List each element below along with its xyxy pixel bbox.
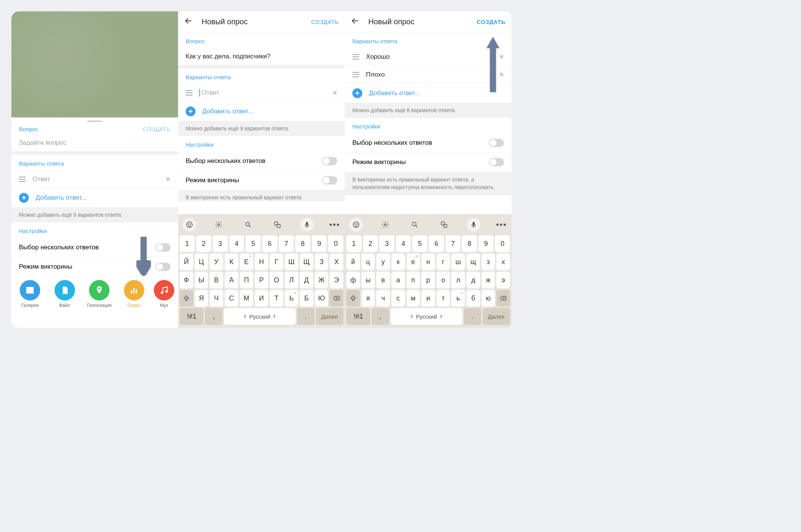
key-letter[interactable]: я [361,290,375,307]
attachment-pin[interactable]: Геопозиция [84,280,114,308]
drag-handle-icon[interactable] [352,54,359,59]
key-letter[interactable]: г [436,253,450,270]
toggle-switch[interactable] [489,158,504,166]
multi-select-toggle-row[interactable]: Выбор нескольких ответов [11,238,178,257]
period-key[interactable]: . [464,308,481,325]
key-letter[interactable]: ы [361,272,375,288]
key-letter[interactable]: ж [482,272,495,288]
key-letter[interactable]: Т [270,290,283,307]
key-2[interactable]: 2 [363,235,378,252]
key-letter[interactable]: ц [361,253,375,270]
key-letter[interactable]: ьъ [451,290,465,307]
key-letter[interactable]: с [391,290,405,307]
key-letter[interactable]: Ы [195,272,208,288]
key-9[interactable]: 9 [479,235,494,252]
key-letter[interactable]: т [436,290,450,307]
settings-icon[interactable] [379,218,392,232]
key-letter[interactable]: х [496,253,510,270]
key-6[interactable]: 6 [429,235,444,252]
question-input-row[interactable] [11,135,178,151]
key-letter[interactable]: Д [300,272,313,288]
spacebar[interactable]: Русский [391,308,463,325]
key-1[interactable]: 1 [346,235,361,252]
key-letter[interactable]: Х [330,253,343,270]
create-button[interactable]: СОЗДАТЬ [477,19,505,25]
mic-icon[interactable] [467,218,480,232]
key-letter[interactable]: М [240,290,253,307]
add-answer-button[interactable]: + Добавить ответ... [178,102,345,121]
back-arrow-icon[interactable] [351,17,359,27]
key-letter[interactable]: й [346,253,360,270]
key-letter[interactable]: П [240,272,253,288]
key-7[interactable]: 7 [446,235,461,252]
key-letter[interactable]: м [407,290,420,307]
key-letter[interactable]: у [376,253,390,270]
key-letter[interactable]: з [482,253,495,270]
key-2[interactable]: 2 [196,235,211,252]
key-letter[interactable]: щ [466,253,480,270]
remove-answer-icon[interactable]: × [332,89,337,97]
drag-handle-icon[interactable] [186,90,192,95]
comma-key[interactable]: , [372,308,389,325]
back-arrow-icon[interactable] [184,17,192,27]
key-letter[interactable]: л [451,272,465,288]
key-letter[interactable]: о [436,272,450,288]
quiz-mode-toggle-row[interactable]: Режим викторины [345,153,512,172]
key-letter[interactable]: С [225,290,238,307]
key-letter[interactable]: Ш [285,253,298,270]
quiz-mode-toggle-row[interactable]: Режим викторины [11,257,178,276]
attachment-poll[interactable]: Опрос [119,280,149,308]
key-6[interactable]: 6 [262,235,277,252]
key-3[interactable]: 3 [213,235,228,252]
key-letter[interactable]: Ц [195,253,208,270]
key-letter[interactable]: Ж [315,272,329,288]
key-1[interactable]: 1 [180,235,195,252]
next-key[interactable]: Далее [316,308,343,325]
toggle-switch[interactable] [155,243,171,252]
key-4[interactable]: 4 [396,235,411,252]
period-key[interactable]: . [297,308,314,325]
key-letter[interactable]: З [315,253,329,270]
key-0[interactable]: 0 [495,235,510,252]
shift-key[interactable] [180,290,193,307]
key-letter[interactable]: К [225,253,238,270]
toggle-switch[interactable] [155,263,171,271]
key-letter[interactable]: Ьъ [285,290,298,307]
key-4[interactable]: 4 [229,235,244,252]
key-5[interactable]: 5 [412,235,427,252]
key-letter[interactable]: Э [330,272,343,288]
key-3[interactable]: 3 [379,235,394,252]
attachment-music[interactable]: Муз [154,280,174,308]
key-5[interactable]: 5 [246,235,261,252]
more-icon[interactable]: ••• [329,220,340,230]
question-value[interactable]: Как у вас дела, подписчики? [178,48,345,65]
search-icon[interactable] [241,218,255,232]
key-letter[interactable]: н [421,253,435,270]
key-letter[interactable]: Л [285,272,298,288]
key-letter[interactable]: Щ [300,253,313,270]
more-icon[interactable]: ••• [496,220,507,230]
key-letter[interactable]: ф [346,272,360,288]
next-key[interactable]: Далее [483,308,510,325]
key-letter[interactable]: Б [300,290,313,307]
key-8[interactable]: 8 [462,235,477,252]
backspace-key[interactable] [330,290,343,307]
key-letter[interactable]: А [225,272,238,288]
create-button[interactable]: СОЗДАТЬ [311,19,339,25]
key-letter[interactable]: И [255,290,268,307]
key-letter[interactable]: Ч [210,290,223,307]
shift-key[interactable] [346,290,360,307]
symbols-key[interactable]: !#1 [346,308,370,325]
key-7[interactable]: 7 [279,235,294,252]
key-letter[interactable]: ш [451,253,465,270]
key-letter[interactable]: Ф [180,272,193,288]
remove-answer-icon[interactable]: × [166,175,171,183]
answer-option-row[interactable]: × [178,84,345,102]
attachment-file[interactable]: Файл [50,280,80,308]
key-letter[interactable]: Её [240,253,253,270]
comma-key[interactable]: , [205,308,222,325]
answer-option-row[interactable]: × [11,171,178,188]
key-letter[interactable]: У [210,253,223,270]
key-letter[interactable]: и [421,290,435,307]
symbols-key[interactable]: !#1 [180,308,203,325]
